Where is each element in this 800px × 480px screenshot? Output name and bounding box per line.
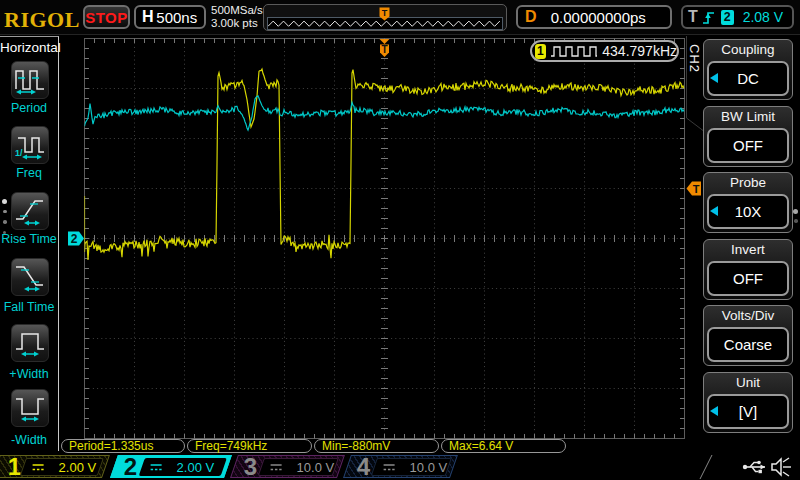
bw-limit-label: BW Limit xyxy=(704,109,792,124)
unit-dropdown-arrow-icon xyxy=(710,406,718,416)
right-page-dot-1 xyxy=(793,209,798,214)
right-page-dot-2 xyxy=(794,219,798,223)
channel3-scale: 10.0 V xyxy=(297,460,335,475)
oscilloscope-screen: RIGOL STOP H 500ns 500MSa/s 3.00k pts T … xyxy=(0,0,800,480)
coupling-dropdown-arrow-icon xyxy=(710,73,718,83)
trigger-position-letter: T xyxy=(381,44,387,55)
separator-diagonal xyxy=(698,454,716,480)
usb-icon xyxy=(742,459,768,475)
dc-coupling-icon xyxy=(150,463,163,472)
probe-dropdown-arrow-icon xyxy=(710,206,718,216)
coupling-label: Coupling xyxy=(704,42,792,57)
measurement-min: Min=-880mV xyxy=(314,439,439,453)
channel2-scale: 2.00 V xyxy=(177,460,215,475)
channel3-number: 3 xyxy=(244,455,257,479)
dc-coupling-icon xyxy=(383,463,396,472)
menu-volts-div[interactable]: Volts/Div Coarse xyxy=(703,305,793,366)
measurement-period: Period=1.335us xyxy=(61,439,185,453)
ch2-offset-marker[interactable]: 2 xyxy=(68,232,84,247)
probe-label: Probe xyxy=(704,175,792,190)
dc-coupling-icon xyxy=(270,463,283,472)
trigger-level-marker[interactable]: T xyxy=(687,182,702,196)
measurement-freq: Freq=749kHz xyxy=(187,439,312,453)
menu-invert[interactable]: Invert OFF xyxy=(703,239,793,300)
ch2-trace xyxy=(85,96,685,130)
unit-value: [V] xyxy=(707,394,789,429)
dc-coupling-icon xyxy=(32,463,45,472)
channel2-status[interactable]: 2 2.00 V xyxy=(110,455,232,478)
trigger-position-marker[interactable]: T xyxy=(380,39,390,57)
frequency-counter-badge: 1 434.797kHz xyxy=(530,40,679,62)
menu-probe[interactable]: Probe 10X xyxy=(703,172,793,233)
unit-label: Unit xyxy=(704,375,792,390)
channel1-scale: 2.00 V xyxy=(59,460,97,475)
menu-coupling[interactable]: Coupling DC xyxy=(703,39,793,100)
bw-limit-value: OFF xyxy=(707,128,789,163)
invert-value: OFF xyxy=(707,261,789,296)
channel2-number: 2 xyxy=(124,455,137,479)
square-wave-icon xyxy=(550,45,598,58)
freq-counter-channel-chip: 1 xyxy=(535,44,546,59)
freq-counter-value: 434.797kHz xyxy=(602,43,677,59)
menu-bw-limit[interactable]: BW Limit OFF xyxy=(703,106,793,167)
channel4-status[interactable]: 4 10.0 V xyxy=(343,455,458,478)
invert-label: Invert xyxy=(704,242,792,257)
measurement-max: Max=6.64 V xyxy=(441,439,566,453)
menu-unit[interactable]: Unit [V] xyxy=(703,372,793,433)
coupling-value: DC xyxy=(707,61,789,96)
channel3-status[interactable]: 3 10.0 V xyxy=(230,455,345,478)
channel-status-bar: 1 2.00 V 2 2.00 V 3 xyxy=(0,454,800,480)
ch2-offset-number: 2 xyxy=(71,232,78,246)
volts-div-label: Volts/Div xyxy=(704,308,792,323)
grid-lines xyxy=(85,39,685,439)
beeper-icon xyxy=(770,457,794,477)
channel4-scale: 10.0 V xyxy=(410,460,448,475)
graticule: T 2 T xyxy=(0,0,800,480)
channel1-status[interactable]: 1 2.00 V xyxy=(0,455,110,478)
channel4-number: 4 xyxy=(357,455,370,479)
trigger-level-letter: T xyxy=(693,183,700,195)
probe-value: 10X xyxy=(707,194,789,229)
right-menu-tab-ch2: CH2 xyxy=(687,44,702,73)
volts-div-value: Coarse xyxy=(707,327,789,362)
